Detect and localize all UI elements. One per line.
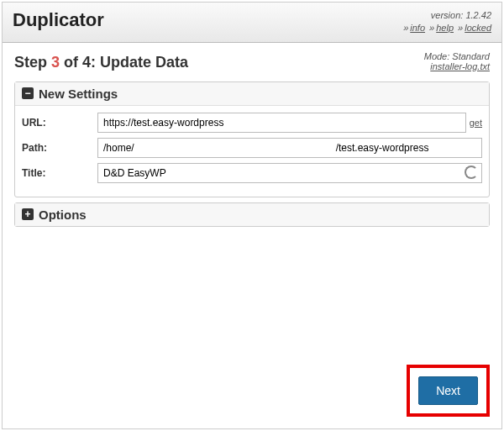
step-number: 3 xyxy=(51,54,60,71)
next-button[interactable]: Next xyxy=(418,376,478,405)
step-suffix: of 4: Update Data xyxy=(60,54,188,71)
step-prefix: Step xyxy=(14,54,51,71)
installer-log-link[interactable]: installer-log.txt xyxy=(430,61,490,71)
header-meta: version: 1.2.42 »info »help »locked xyxy=(402,9,491,35)
step-title: Step 3 of 4: Update Data xyxy=(14,54,188,71)
path-input[interactable] xyxy=(97,138,482,158)
title-label: Title: xyxy=(22,167,97,179)
get-link[interactable]: get xyxy=(470,118,482,128)
panel-new-settings: − New Settings URL: get Path: xyxy=(14,81,490,197)
panel-new-settings-title: New Settings xyxy=(39,87,118,101)
next-highlight: Next xyxy=(407,365,490,417)
minus-icon: − xyxy=(22,87,34,99)
step-row: Step 3 of 4: Update Data Mode: Standard … xyxy=(14,51,490,71)
url-input[interactable] xyxy=(97,113,466,133)
refresh-icon[interactable] xyxy=(465,166,478,179)
url-label: URL: xyxy=(22,117,97,129)
info-link[interactable]: info xyxy=(410,23,425,33)
path-label: Path: xyxy=(22,142,97,154)
locked-link[interactable]: locked xyxy=(465,23,491,33)
plus-icon: + xyxy=(22,208,34,220)
version-label: version: 1.2.42 xyxy=(402,9,491,22)
panel-options-title: Options xyxy=(39,208,87,222)
panel-options-header[interactable]: + Options xyxy=(15,203,489,226)
app-title: Duplicator xyxy=(13,9,104,31)
panel-options: + Options xyxy=(14,202,490,227)
step-meta: Mode: Standard installer-log.txt xyxy=(424,51,490,71)
help-link[interactable]: help xyxy=(436,23,454,33)
title-input[interactable] xyxy=(97,163,482,183)
app-header: Duplicator version: 1.2.42 »info »help »… xyxy=(3,3,501,43)
mode-label: Mode: Standard xyxy=(424,51,490,61)
panel-new-settings-header[interactable]: − New Settings xyxy=(15,82,489,106)
